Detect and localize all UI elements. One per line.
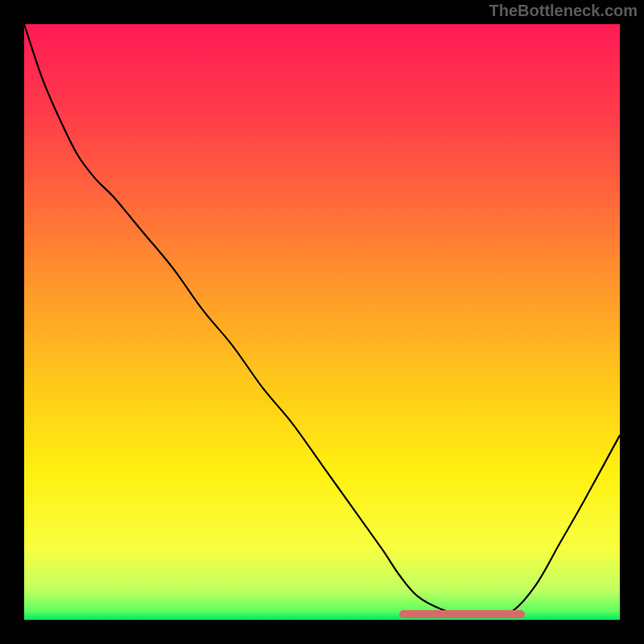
optimal-range-marker [399, 610, 524, 618]
watermark-text: TheBottleneck.com [489, 2, 638, 20]
bottleneck-curve [24, 24, 620, 620]
chart-area [24, 24, 620, 620]
